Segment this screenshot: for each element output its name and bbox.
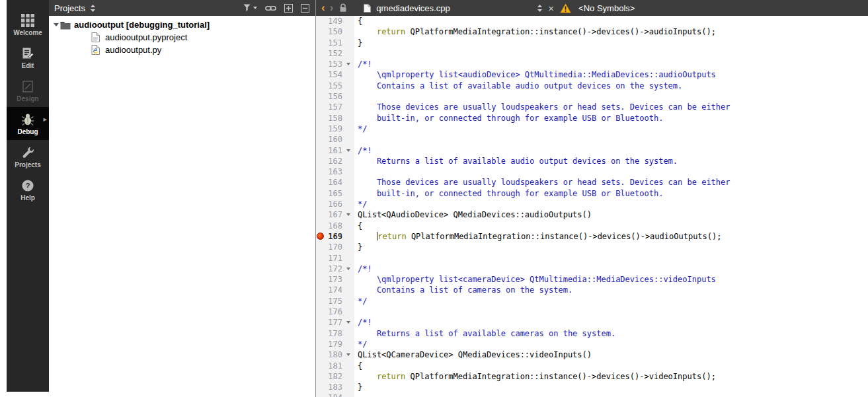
breakpoint-margin[interactable] xyxy=(316,156,325,166)
line-number[interactable]: 164 xyxy=(325,177,342,188)
code-text[interactable]: \qmlproperty list<audioDevice> QtMultime… xyxy=(354,69,716,80)
split-panel-icon[interactable] xyxy=(283,4,294,13)
breakpoint-margin[interactable] xyxy=(316,231,325,242)
breakpoint-margin[interactable] xyxy=(316,328,325,339)
breakpoint-margin[interactable] xyxy=(316,285,325,295)
tree-item[interactable]: audiooutput [debugging_tutorial] xyxy=(49,18,315,31)
close-document-button[interactable]: × xyxy=(548,3,554,13)
breakpoint-margin[interactable] xyxy=(316,242,325,252)
code-text[interactable]: QList<QAudioDevice> QMediaDevices::audio… xyxy=(354,209,592,220)
line-number[interactable]: 157 xyxy=(325,102,342,112)
code-editor[interactable]: 149{150 return QPlatformMediaIntegration… xyxy=(316,16,868,397)
line-number[interactable]: 184 xyxy=(325,392,342,397)
line-number[interactable]: 175 xyxy=(325,296,342,307)
breakpoint-margin[interactable] xyxy=(316,349,325,360)
line-number[interactable]: 150 xyxy=(325,26,342,37)
breakpoint-margin[interactable] xyxy=(316,113,325,124)
breakpoint-margin[interactable] xyxy=(316,102,325,112)
link-editor-icon[interactable] xyxy=(264,5,278,12)
code-text[interactable]: Contains a list of available audio outpu… xyxy=(354,81,682,91)
breakpoint-margin[interactable] xyxy=(316,199,325,209)
panel-updown-arrows-icon[interactable] xyxy=(91,5,95,12)
line-number[interactable]: 161 xyxy=(325,145,342,156)
code-text[interactable]: /*! xyxy=(354,317,372,328)
line-number[interactable]: 177 xyxy=(325,317,342,328)
fold-marker[interactable] xyxy=(342,209,354,220)
line-number[interactable]: 168 xyxy=(325,221,342,231)
code-text[interactable]: return QPlatformMediaIntegration::instan… xyxy=(354,371,716,382)
breakpoint-margin[interactable] xyxy=(316,264,325,274)
code-text[interactable]: built-in, or connected through for examp… xyxy=(354,188,663,199)
breakpoint-margin[interactable] xyxy=(316,166,325,177)
code-text[interactable]: return QPlatformMediaIntegration::instan… xyxy=(354,26,716,37)
fold-marker[interactable] xyxy=(342,145,354,156)
code-text[interactable]: } xyxy=(354,242,362,252)
line-number[interactable]: 152 xyxy=(325,48,342,59)
breakpoint-margin[interactable] xyxy=(316,48,325,59)
tree-item[interactable]: audiooutput.pyproject xyxy=(49,31,315,44)
sidebar-item-help[interactable]: ?Help xyxy=(7,173,49,206)
sidebar-item-projects[interactable]: Projects xyxy=(7,140,49,173)
breakpoint-margin[interactable] xyxy=(316,339,325,349)
breakpoint-margin[interactable] xyxy=(316,134,325,145)
tree-expand-arrow-icon[interactable] xyxy=(52,23,60,26)
line-number[interactable]: 160 xyxy=(325,134,342,145)
breakpoint-margin[interactable] xyxy=(316,69,325,80)
line-number[interactable]: 182 xyxy=(325,371,342,382)
fold-marker[interactable] xyxy=(342,59,354,69)
sidebar-item-edit[interactable]: Edit xyxy=(7,41,49,74)
line-number[interactable]: 179 xyxy=(325,339,342,349)
breakpoint-margin[interactable] xyxy=(316,296,325,307)
fold-marker[interactable] xyxy=(342,264,354,274)
breakpoint-margin[interactable] xyxy=(316,221,325,231)
line-number[interactable]: 153 xyxy=(325,59,342,69)
breakpoint-margin[interactable] xyxy=(316,317,325,328)
breakpoint-margin[interactable] xyxy=(316,307,325,317)
code-text[interactable]: */ xyxy=(354,339,367,349)
line-number[interactable]: 176 xyxy=(325,307,342,317)
line-number[interactable]: 154 xyxy=(325,69,342,80)
code-text[interactable]: QList<QCameraDevice> QMediaDevices::vide… xyxy=(354,349,592,360)
breakpoint-margin[interactable] xyxy=(316,81,325,91)
line-number[interactable]: 149 xyxy=(325,16,342,26)
code-text[interactable]: Those devices are usually loudspeakers o… xyxy=(354,102,730,112)
code-text[interactable]: Contains a list of cameras on the system… xyxy=(354,285,572,295)
symbol-selector[interactable]: <No Symbols> xyxy=(578,3,635,13)
nav-back-icon[interactable]: ‹ xyxy=(321,2,325,13)
line-number[interactable]: 155 xyxy=(325,81,342,91)
code-text[interactable]: /*! xyxy=(354,59,372,69)
close-panel-icon[interactable] xyxy=(299,4,311,13)
code-text[interactable]: } xyxy=(354,38,362,48)
breakpoint-margin[interactable] xyxy=(316,253,325,264)
filter-icon[interactable] xyxy=(242,4,258,12)
code-text[interactable]: /*! xyxy=(354,264,372,274)
tree-item[interactable]: audiooutput.py xyxy=(49,44,315,56)
breakpoint-margin[interactable] xyxy=(316,209,325,220)
fold-marker[interactable] xyxy=(342,349,354,360)
line-number[interactable]: 165 xyxy=(325,188,342,199)
sidebar-item-debug[interactable]: Debug▸ xyxy=(7,107,49,140)
breakpoint-margin[interactable] xyxy=(316,124,325,134)
breakpoint-margin[interactable] xyxy=(316,26,325,37)
code-text[interactable]: Those devices are usually loudspeakers o… xyxy=(354,177,730,188)
breakpoint-margin[interactable] xyxy=(316,274,325,285)
line-number[interactable]: 178 xyxy=(325,328,342,339)
code-text[interactable]: return QPlatformMediaIntegration::instan… xyxy=(354,231,721,242)
breakpoint-margin[interactable] xyxy=(316,91,325,102)
code-text[interactable]: Returns a list of available cameras on t… xyxy=(354,328,615,339)
open-document-selector[interactable]: qmediadevices.cpp xyxy=(362,3,542,13)
breakpoint-margin[interactable] xyxy=(316,361,325,371)
line-number[interactable]: 158 xyxy=(325,113,342,124)
code-text[interactable]: built-in, or connected through for examp… xyxy=(354,113,663,124)
code-text[interactable]: /*! xyxy=(354,145,372,156)
document-dropdown-arrows-icon[interactable] xyxy=(537,5,542,12)
line-number[interactable]: 183 xyxy=(325,382,342,392)
line-number[interactable]: 156 xyxy=(325,91,342,102)
line-number[interactable]: 166 xyxy=(325,199,342,209)
line-number[interactable]: 173 xyxy=(325,274,342,285)
code-text[interactable]: */ xyxy=(354,296,367,307)
breakpoint-margin[interactable] xyxy=(316,382,325,392)
line-number[interactable]: 151 xyxy=(325,38,342,48)
line-number[interactable]: 162 xyxy=(325,156,342,166)
code-text[interactable]: { xyxy=(354,361,362,371)
